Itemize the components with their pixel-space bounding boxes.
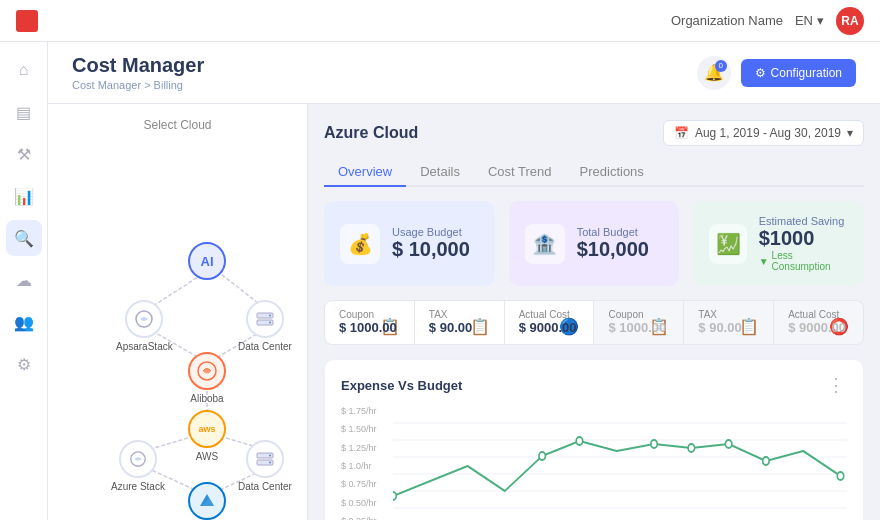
tab-details[interactable]: Details [406, 158, 474, 187]
stat-coupon-dim-value: $ 1000.00 [608, 320, 669, 335]
svg-point-14 [269, 322, 271, 324]
breadcrumb: Cost Manager > Billing [72, 79, 204, 91]
date-range: Aug 1, 2019 - Aug 30, 2019 [695, 126, 841, 140]
saving-label: Estimated Saving [759, 215, 848, 227]
expense-chart-title: Expense Vs Budget [341, 378, 462, 393]
topbar: Organization Name EN ▾ RA [0, 0, 880, 42]
tree-node-aws[interactable]: aws AWS [188, 410, 226, 462]
calendar-icon: 📅 [674, 126, 689, 140]
budget-card-usage: 💰 Usage Budget $ 10,000 [324, 201, 495, 286]
tree-node-ai[interactable]: AI [188, 242, 226, 280]
node-label-aws: AWS [196, 451, 218, 462]
cloud-panel: Select Cloud [48, 104, 308, 520]
node-circle-datacenter2 [246, 440, 284, 478]
node-label-aliboba: Aliboba [190, 393, 223, 404]
node-circle-datacenter1 [246, 300, 284, 338]
tree-node-azurestack[interactable]: Azure Stack [111, 440, 165, 492]
node-circle-azure [188, 482, 226, 520]
stat-actual-dim-value: $ 9000.00 [788, 320, 849, 335]
logo [16, 10, 38, 32]
lang-selector[interactable]: EN ▾ [795, 13, 824, 28]
stat-coupon: Coupon $ 1000.00 📋 [324, 300, 415, 345]
tab-overview[interactable]: Overview [324, 158, 406, 187]
tree-node-datacenter2[interactable]: Data Center [238, 440, 292, 492]
saving-info: Estimated Saving $1000 ▼ Less Consumptio… [759, 215, 848, 272]
sidebar-icon-cloud[interactable]: ☁ [6, 262, 42, 298]
chevron-down-icon: ▾ [847, 126, 853, 140]
main-content: Cost Manager Cost Manager > Billing 🔔 0 … [48, 42, 880, 520]
expense-chart-area: $ 1.75/hr $ 1.50/hr $ 1.25/hr $ 1.0/hr $… [341, 406, 847, 520]
page-header: Cost Manager Cost Manager > Billing 🔔 0 … [48, 42, 880, 104]
svg-point-29 [393, 492, 396, 500]
main-layout: ⌂ ▤ ⚒ 📊 🔍 ☁ 👥 ⚙ Cost Manager Cost Manage… [0, 42, 880, 520]
total-budget-icon: 🏦 [525, 224, 565, 264]
sidebar-icon-chart[interactable]: 📊 [6, 178, 42, 214]
tree-node-datacenter1[interactable]: Data Center [238, 300, 292, 352]
usage-budget-value: $ 10,000 [392, 238, 470, 261]
stat-actual-value: $ 9000.00 [519, 320, 580, 335]
total-budget-info: Total Budget $10,000 [577, 226, 649, 261]
tabs: Overview Details Cost Trend Predictions [324, 158, 864, 187]
bell-button[interactable]: 🔔 0 [697, 56, 731, 90]
topbar-right: Organization Name EN ▾ RA [671, 7, 864, 35]
total-budget-value: $10,000 [577, 238, 649, 261]
tree-node-azure[interactable]: Azure [188, 482, 226, 520]
org-name: Organization Name [671, 13, 783, 28]
total-budget-label: Total Budget [577, 226, 649, 238]
avatar[interactable]: RA [836, 7, 864, 35]
cloud-header: Azure Cloud 📅 Aug 1, 2019 - Aug 30, 2019… [324, 120, 864, 146]
sidebar-icon-people[interactable]: 👥 [6, 304, 42, 340]
tree-area: AI ApsaraStack Data Center [58, 142, 297, 520]
topbar-left [16, 10, 38, 32]
config-button[interactable]: ⚙ Configuration [741, 59, 856, 87]
config-label: Configuration [771, 66, 842, 80]
usage-budget-icon: 💰 [340, 224, 380, 264]
svg-point-13 [269, 315, 271, 317]
node-label-datacenter2: Data Center [238, 481, 292, 492]
page-title: Cost Manager [72, 54, 204, 77]
tree-node-aliboba[interactable]: Aliboba [188, 352, 226, 404]
node-label-datacenter1: Data Center [238, 341, 292, 352]
sidebar-icon-home[interactable]: ⌂ [6, 52, 42, 88]
svg-point-20 [269, 462, 271, 464]
svg-point-33 [688, 444, 694, 452]
node-label-apsarastack: ApsaraStack [116, 341, 173, 352]
sidebar: ⌂ ▤ ⚒ 📊 🔍 ☁ 👥 ⚙ [0, 42, 48, 520]
stat-tax: TAX $ 90.00 📋 [415, 300, 505, 345]
saving-icon: 💹 [709, 224, 746, 264]
svg-point-31 [576, 437, 582, 445]
svg-point-36 [837, 472, 843, 480]
svg-point-30 [539, 452, 545, 460]
date-picker[interactable]: 📅 Aug 1, 2019 - Aug 30, 2019 ▾ [663, 120, 864, 146]
down-arrow-icon: ▼ [759, 256, 769, 267]
sidebar-icon-settings[interactable]: ⚙ [6, 346, 42, 382]
dashboard: Azure Cloud 📅 Aug 1, 2019 - Aug 30, 2019… [308, 104, 880, 520]
node-label-azurestack: Azure Stack [111, 481, 165, 492]
tab-cost-trend[interactable]: Cost Trend [474, 158, 566, 187]
stat-coupon-dim: Coupon $ 1000.00 📋 [594, 300, 684, 345]
page-header-left: Cost Manager Cost Manager > Billing [72, 54, 204, 91]
node-circle-aws: aws [188, 410, 226, 448]
svg-point-35 [763, 457, 769, 465]
body-area: Select Cloud [48, 104, 880, 520]
node-circle-aliboba [188, 352, 226, 390]
tree-node-apsarastack[interactable]: ApsaraStack [116, 300, 173, 352]
header-actions: 🔔 0 ⚙ Configuration [697, 56, 856, 90]
chevron-down-icon: ▾ [817, 13, 824, 28]
tab-predictions[interactable]: Predictions [566, 158, 658, 187]
sidebar-icon-tools[interactable]: ⚒ [6, 136, 42, 172]
lang-label: EN [795, 13, 813, 28]
node-circle-ai: AI [188, 242, 226, 280]
svg-point-19 [269, 455, 271, 457]
node-circle-apsarastack [125, 300, 163, 338]
node-circle-azurestack [119, 440, 157, 478]
tax-icon: 📋 [470, 317, 490, 336]
svg-point-32 [651, 440, 657, 448]
bell-badge: 0 [715, 60, 727, 72]
expense-chart-menu[interactable]: ⋮ [827, 374, 847, 396]
sidebar-icon-search[interactable]: 🔍 [6, 220, 42, 256]
expense-line-svg [393, 406, 847, 520]
expense-chart-header: Expense Vs Budget ⋮ [341, 374, 847, 396]
saving-value: $1000 [759, 227, 848, 250]
sidebar-icon-dashboard[interactable]: ▤ [6, 94, 42, 130]
